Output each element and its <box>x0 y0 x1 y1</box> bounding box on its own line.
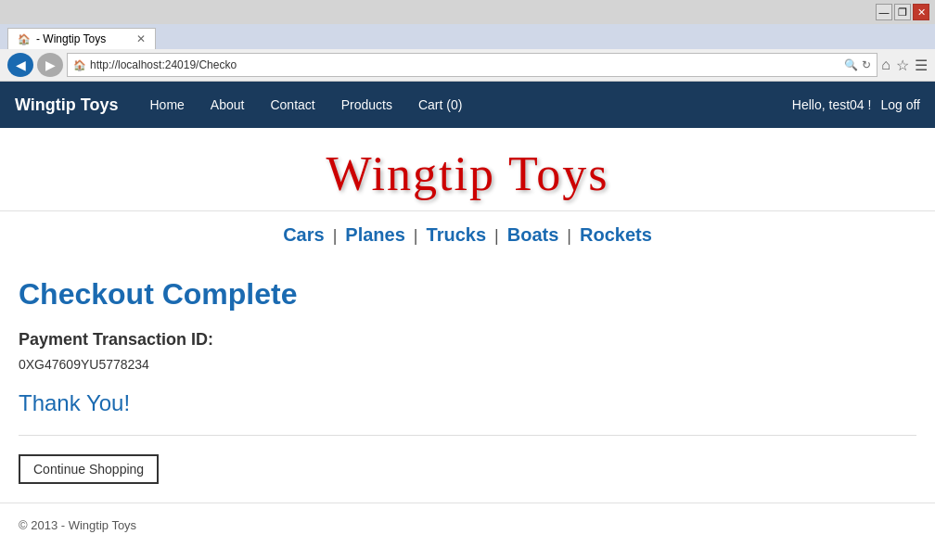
close-button[interactable]: ✕ <box>913 4 929 20</box>
checkout-title: Checkout Complete <box>19 277 916 312</box>
search-icon: 🔍 <box>844 58 858 71</box>
transaction-label: Payment Transaction ID: <box>19 330 916 350</box>
url-text: http://localhost:24019/Checko <box>90 58 844 71</box>
back-button[interactable]: ◀ <box>7 53 33 77</box>
nav-home[interactable]: Home <box>137 84 198 125</box>
browser-tabs: 🏠 - Wingtip Toys ✕ <box>0 24 935 49</box>
app-navbar: Wingtip Toys Home About Contact Products… <box>0 82 935 128</box>
sep-3: | <box>494 226 499 245</box>
nav-cart[interactable]: Cart (0) <box>405 84 475 125</box>
restore-button[interactable]: ❐ <box>894 4 911 20</box>
sep-4: | <box>567 226 571 245</box>
tab-favicon: 🏠 <box>18 33 31 45</box>
minimize-button[interactable]: — <box>876 4 892 20</box>
category-boats[interactable]: Boats <box>507 224 559 245</box>
nav-links: Home About Contact Products Cart (0) <box>137 84 792 125</box>
tab-label: - Wingtip Toys <box>36 32 106 45</box>
home-icon[interactable]: ⌂ <box>881 57 890 73</box>
sep-1: | <box>333 226 338 245</box>
category-trucks[interactable]: Trucks <box>427 224 486 245</box>
category-planes[interactable]: Planes <box>345 224 404 245</box>
browser-tab[interactable]: 🏠 - Wingtip Toys ✕ <box>7 28 156 49</box>
forward-button[interactable]: ▶ <box>37 53 63 77</box>
browser-toolbar: ◀ ▶ 🏠 http://localhost:24019/Checko 🔍 ↻ … <box>0 49 935 82</box>
address-icon: 🏠 <box>73 59 86 71</box>
browser-titlebar: — ❐ ✕ <box>0 0 935 24</box>
brand-link[interactable]: Wingtip Toys <box>15 95 119 115</box>
thank-you-text: Thank You! <box>19 390 916 416</box>
site-footer: © 2013 - Wingtip Toys <box>0 503 935 547</box>
continue-shopping-button[interactable]: Continue Shopping <box>19 454 159 484</box>
nav-contact[interactable]: Contact <box>257 84 327 125</box>
transaction-id: 0XG47609YU5778234 <box>19 357 916 372</box>
site-title: Wingtip Toys <box>0 146 935 201</box>
nav-about[interactable]: About <box>198 84 258 125</box>
user-greeting: Hello, test04 ! <box>792 97 872 112</box>
category-rockets[interactable]: Rockets <box>580 224 652 245</box>
logoff-link[interactable]: Log off <box>880 97 920 112</box>
main-content: Checkout Complete Payment Transaction ID… <box>0 259 935 503</box>
divider <box>19 435 916 436</box>
nav-products[interactable]: Products <box>328 84 405 125</box>
footer-text: © 2013 - Wingtip Toys <box>19 518 136 532</box>
user-section: Hello, test04 ! Log off <box>792 97 920 112</box>
category-nav: Cars | Planes | Trucks | Boats | Rockets <box>0 211 935 259</box>
favorites-icon[interactable]: ☆ <box>896 57 909 74</box>
toolbar-icons: ⌂ ☆ ☰ <box>881 57 928 74</box>
refresh-icon[interactable]: ↻ <box>862 58 871 71</box>
site-header: Wingtip Toys <box>0 128 935 211</box>
page-content: Wingtip Toys Cars | Planes | Trucks | Bo… <box>0 128 935 503</box>
tab-close-icon[interactable]: ✕ <box>136 32 146 45</box>
settings-icon[interactable]: ☰ <box>915 57 928 74</box>
address-bar[interactable]: 🏠 http://localhost:24019/Checko 🔍 ↻ <box>67 53 877 77</box>
category-cars[interactable]: Cars <box>283 224 324 245</box>
sep-2: | <box>414 226 418 245</box>
